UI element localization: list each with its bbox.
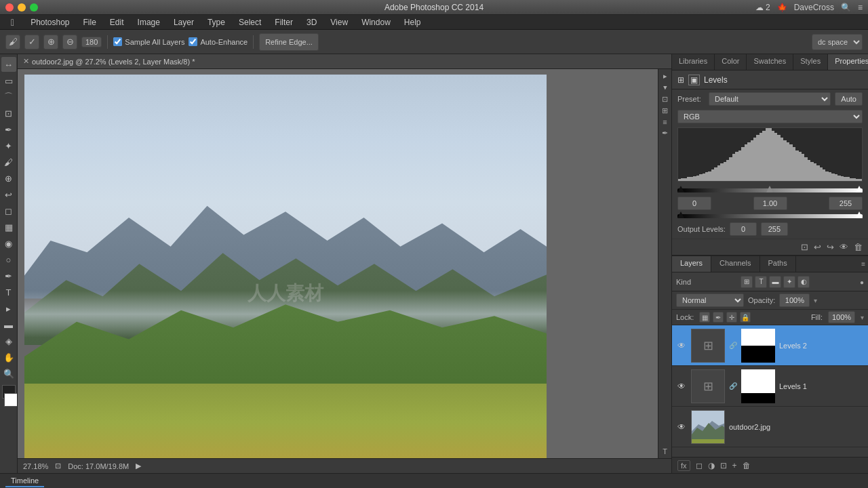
preset-select[interactable]: Default: [709, 92, 831, 106]
opacity-input[interactable]: [779, 293, 810, 307]
canvas-icon-4[interactable]: ⊞: [662, 106, 668, 115]
menu-select[interactable]: Select: [233, 16, 267, 28]
white-output-thumb[interactable]: [856, 211, 863, 218]
layers-panel-menu[interactable]: ≡: [859, 256, 868, 272]
layer-visibility-photo[interactable]: 👁: [676, 422, 687, 432]
search-icon[interactable]: 🔍: [841, 3, 851, 12]
layer-row-photo[interactable]: 👁 outdoor2.jpg: [672, 407, 868, 447]
filter-type-icon[interactable]: T: [755, 276, 767, 288]
filter-adj-icon[interactable]: ◐: [797, 276, 810, 288]
tab-paths[interactable]: Paths: [760, 256, 796, 272]
window-controls[interactable]: [5, 3, 38, 12]
channel-select[interactable]: RGB: [677, 110, 863, 123]
menu-filter[interactable]: Filter: [269, 16, 298, 28]
lock-paint-icon[interactable]: ✒: [713, 312, 724, 323]
new-fill-layer-icon[interactable]: ◑: [708, 461, 715, 470]
apple-menu[interactable]: : [5, 16, 20, 29]
lock-all-icon[interactable]: 🔒: [740, 312, 751, 323]
tool-option-1[interactable]: ✓: [24, 35, 39, 49]
menu-layer[interactable]: Layer: [168, 16, 199, 28]
tab-layers[interactable]: Layers: [672, 256, 711, 272]
canvas-icon-2[interactable]: ▸: [660, 86, 669, 90]
tool-pen[interactable]: ✒: [1, 268, 16, 283]
tab-styles[interactable]: Styles: [793, 54, 828, 70]
tool-history-brush[interactable]: ↩: [1, 187, 16, 202]
tool-eraser[interactable]: ◻: [1, 203, 16, 218]
maximize-button[interactable]: [30, 3, 38, 12]
filter-smart-icon[interactable]: ✦: [783, 276, 795, 288]
tab-channels[interactable]: Channels: [711, 256, 760, 272]
sample-all-layers-checkbox[interactable]: Sample All Layers: [113, 37, 184, 46]
filter-pixel-icon[interactable]: ⊞: [741, 276, 753, 288]
menu-type[interactable]: Type: [202, 16, 231, 28]
reset-icon[interactable]: ↪: [827, 242, 834, 252]
tool-crop[interactable]: ⊡: [1, 106, 16, 121]
menu-3d[interactable]: 3D: [301, 16, 322, 28]
brush-size-badge[interactable]: 180: [81, 37, 102, 47]
delete-icon[interactable]: 🗑: [854, 242, 863, 252]
tool-dodge[interactable]: ○: [1, 252, 16, 267]
tool-move[interactable]: ↔: [1, 57, 16, 72]
clip-to-layer-icon[interactable]: ⊡: [801, 242, 808, 252]
mid-input-field[interactable]: 1.00: [753, 197, 787, 210]
prev-state-icon[interactable]: ↩: [814, 242, 821, 252]
tool-hand[interactable]: ✋: [1, 350, 16, 365]
black-input-field[interactable]: 0: [677, 197, 711, 210]
menu-file[interactable]: File: [78, 16, 102, 28]
tool-gradient[interactable]: ▦: [1, 220, 16, 235]
tool-blur[interactable]: ◉: [1, 236, 16, 251]
tool-zoom[interactable]: 🔍: [1, 366, 16, 381]
filter-shape-icon[interactable]: ▬: [769, 276, 781, 288]
tool-brush[interactable]: 🖌: [1, 155, 16, 169]
new-group-icon[interactable]: ⊡: [720, 461, 727, 470]
filter-toggle[interactable]: ●: [860, 278, 864, 286]
tool-lasso[interactable]: ⌒: [1, 89, 16, 104]
tool-3d[interactable]: ◈: [1, 333, 16, 348]
mid-input-thumb[interactable]: [766, 186, 773, 192]
menu-help[interactable]: Help: [399, 16, 427, 28]
tool-option-2[interactable]: ⊕: [43, 35, 58, 49]
white-input-field[interactable]: 255: [829, 197, 863, 210]
tool-eyedropper[interactable]: ✒: [1, 122, 16, 137]
close-button[interactable]: [5, 3, 14, 12]
output-white-field[interactable]: [761, 222, 788, 236]
sample-all-checkbox-input[interactable]: [113, 37, 122, 46]
delete-layer-icon[interactable]: 🗑: [743, 461, 751, 470]
tool-path-selection[interactable]: ▸: [1, 301, 16, 316]
canvas-icon-5[interactable]: ≡: [663, 118, 667, 126]
black-output-thumb[interactable]: [677, 211, 684, 218]
tool-text[interactable]: T: [1, 285, 16, 300]
output-levels-slider[interactable]: [672, 213, 868, 220]
visibility-icon[interactable]: 👁: [840, 242, 848, 252]
black-input-thumb[interactable]: [677, 186, 684, 192]
menu-view[interactable]: View: [325, 16, 353, 28]
canvas-tab-close[interactable]: ✕: [23, 57, 29, 66]
menu-window[interactable]: Window: [356, 16, 396, 28]
blend-mode-select[interactable]: Normal: [676, 293, 744, 307]
lock-transparency-icon[interactable]: ▦: [699, 312, 710, 323]
layer-row-levels1[interactable]: 👁 ⊞ 🔗 Levels 1: [672, 366, 868, 407]
auto-button[interactable]: Auto: [835, 92, 863, 106]
tab-libraries[interactable]: Libraries: [672, 54, 715, 70]
tool-heal[interactable]: ✦: [1, 138, 16, 153]
tab-color[interactable]: Color: [715, 54, 747, 70]
white-input-thumb[interactable]: [856, 186, 863, 192]
input-levels-slider[interactable]: [672, 184, 868, 197]
canvas-icon-7[interactable]: T: [663, 447, 667, 455]
menu-photoshop[interactable]: Photoshop: [25, 16, 75, 28]
fill-input[interactable]: [828, 311, 855, 323]
menu-edit[interactable]: Edit: [104, 16, 130, 28]
tool-option-3[interactable]: ⊖: [62, 35, 77, 49]
canvas-icon-1[interactable]: ▸: [663, 72, 667, 81]
add-mask-icon[interactable]: ◻: [696, 461, 703, 470]
auto-enhance-checkbox-input[interactable]: [189, 37, 197, 46]
workspace-selector[interactable]: dc space: [812, 34, 863, 50]
tab-swatches[interactable]: Swatches: [747, 54, 793, 70]
layer-visibility-levels1[interactable]: 👁: [676, 381, 687, 392]
fx-label[interactable]: fx: [677, 460, 690, 471]
tab-properties[interactable]: Properties: [828, 54, 868, 70]
brush-tool-icon[interactable]: 🖌: [5, 35, 20, 49]
layer-visibility-levels2[interactable]: 👁: [676, 340, 687, 351]
lock-move-icon[interactable]: ✛: [726, 312, 737, 323]
auto-enhance-checkbox[interactable]: Auto-Enhance: [189, 37, 248, 46]
